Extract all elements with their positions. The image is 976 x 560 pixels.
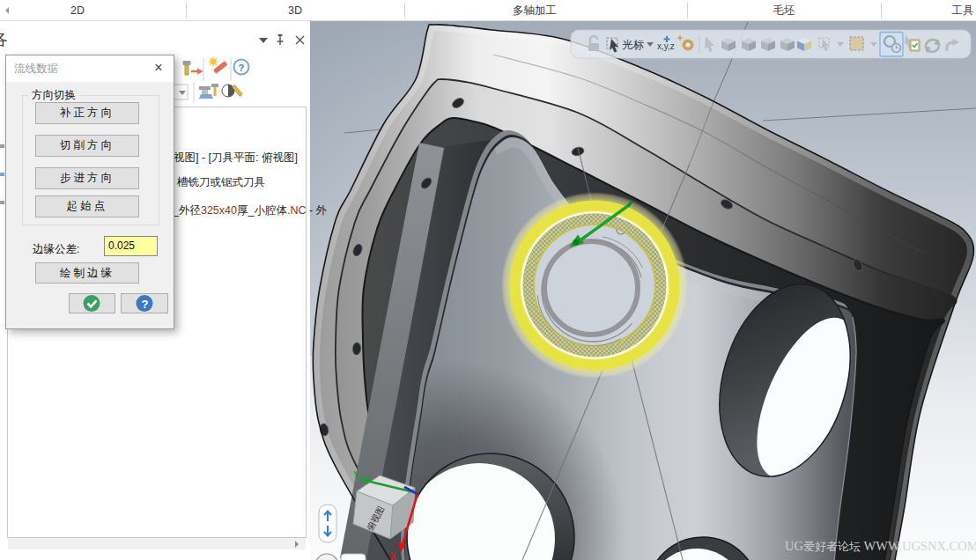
svg-text:?: ?	[239, 63, 245, 73]
svg-text:x,y,z: x,y,z	[657, 41, 675, 51]
svg-text:Y: Y	[353, 470, 359, 480]
svg-text:?: ?	[142, 298, 149, 311]
svg-text:UG爱好者论坛 WWW.UGSNX.COM: UG爱好者论坛 WWW.UGSNX.COM	[785, 539, 976, 553]
svg-text:X: X	[390, 552, 396, 560]
svg-text:光标: 光标	[622, 39, 645, 51]
